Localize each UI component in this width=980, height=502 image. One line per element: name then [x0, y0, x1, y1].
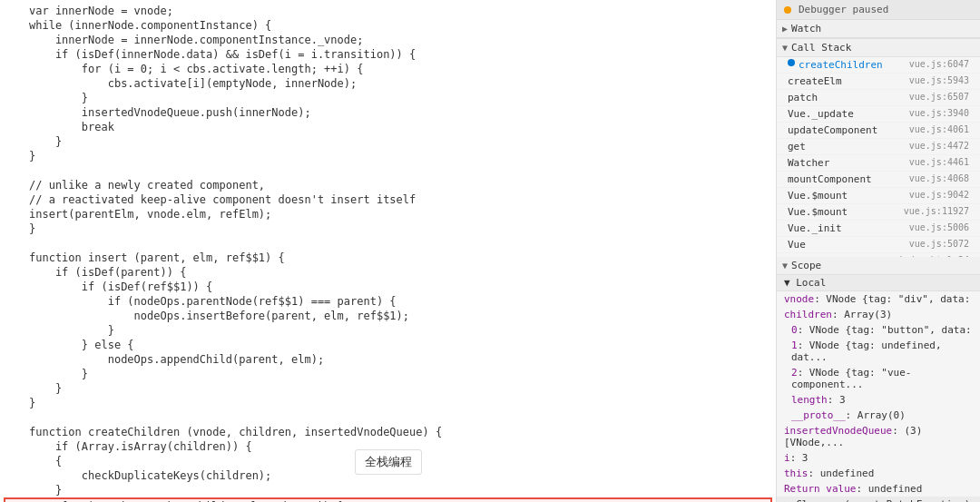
stack-item[interactable]: patchvue.js:6507: [777, 90, 980, 106]
code-line: var innerNode = vnode;: [0, 4, 776, 18]
scope-item[interactable]: insertedVnodeQueue: (3) [VNode,...: [777, 423, 980, 450]
call-stack-label: Call Stack: [791, 42, 851, 54]
code-line: [0, 163, 776, 178]
scope-item[interactable]: 2: VNode {tag: "vue-component...: [777, 365, 980, 392]
scope-label: Scope: [791, 260, 821, 271]
stack-item[interactable]: Vue._initvue.js:5006: [777, 221, 980, 237]
active-dot: [788, 59, 795, 66]
code-content: var innerNode = vnode;while (innerNode.c…: [0, 0, 776, 502]
line-text: if (Array.isArray(children)) {: [29, 439, 252, 454]
line-text: nodeOps.insertBefore(parent, elm, ref$$1…: [29, 309, 409, 323]
stack-item[interactable]: Vue.$mountvue.js:9042: [777, 188, 980, 204]
stack-item[interactable]: mountComponentvue.js:4068: [777, 172, 980, 188]
code-line: }: [0, 134, 776, 149]
scope-key: 2: [791, 367, 798, 379]
code-line: function insert (parent, elm, ref$$1) {: [0, 251, 776, 265]
stack-file-ref: vue.js:5072: [909, 239, 969, 251]
line-text: innerNode = innerNode.componentInstance.…: [29, 33, 363, 47]
call-stack-header[interactable]: ▼ Call Stack: [777, 39, 980, 57]
stack-file-ref: vue.js:3940: [909, 108, 969, 120]
stack-item[interactable]: updateComponentvue.js:4061: [777, 123, 980, 139]
scope-value: : undefined: [808, 468, 875, 479]
stack-item[interactable]: Vue._updatevue.js:3940: [777, 106, 980, 123]
closure-item[interactable]: ▶ Clos... (createPatchFunction): [777, 497, 980, 502]
debugger-header: Debugger paused: [777, 0, 980, 20]
local-triangle: ▼: [784, 277, 796, 289]
scope-key: vnode: [784, 293, 814, 305]
scope-item[interactable]: 1: VNode {tag: undefined, dat...: [777, 338, 980, 365]
line-text: var innerNode = vnode;: [29, 4, 173, 18]
stack-item[interactable]: Watchervue.js:4461: [777, 155, 980, 172]
stack-file-ref: vue.js:4061: [909, 124, 969, 136]
scope-item[interactable]: 0: VNode {tag: "button", data:: [777, 322, 980, 338]
stack-fn-name: Vue.$mount: [788, 206, 897, 218]
line-text: if (isDef(parent)) {: [29, 265, 186, 280]
watch-triangle: ▶: [782, 24, 788, 34]
code-line: }: [0, 483, 776, 497]
stack-file-ref: vue.js:4068: [909, 173, 969, 185]
scope-item[interactable]: vnode: VNode {tag: "div", data:: [777, 291, 980, 307]
debugger-status: Debugger paused: [799, 4, 888, 15]
scope-items-list: vnode: VNode {tag: "div", data:children:…: [777, 291, 980, 497]
status-dot: [784, 6, 791, 14]
line-text: checkDuplicateKeys(children);: [29, 468, 271, 483]
scope-value: : VNode {tag: "button", data:: [798, 324, 972, 336]
scope-item[interactable]: __proto__: Array(0): [777, 408, 980, 423]
scope-key: Return value: [784, 483, 856, 495]
stack-fn-name: Vue._update: [788, 108, 902, 120]
closure-triangle: ▶: [784, 498, 796, 502]
local-label: Local: [796, 277, 826, 289]
scope-key: insertedVnodeQueue: [784, 425, 892, 437]
code-line: insertedVnodeQueue.push(innerNode);: [0, 105, 776, 120]
scope-item[interactable]: i: 3: [777, 450, 980, 466]
line-text: }: [29, 323, 114, 338]
line-text: }: [29, 134, 62, 149]
code-line: }: [0, 323, 776, 338]
line-text: }: [29, 149, 35, 163]
stack-item[interactable]: Vuevue.js:5072: [777, 237, 980, 253]
scope-item[interactable]: this: undefined: [777, 466, 980, 481]
code-line: if (nodeOps.parentNode(ref$$1) === paren…: [0, 294, 776, 309]
code-line: insert(parentElm, vnode.elm, refElm);: [0, 207, 776, 221]
scope-key: length: [791, 394, 828, 406]
scope-header[interactable]: ▼ Scope: [777, 257, 980, 275]
scope-key: 1: [791, 340, 798, 351]
stack-item[interactable]: Vue.$mountvue.js:11927: [777, 204, 980, 221]
line-text: insert(parentElm, vnode.elm, refElm);: [29, 207, 271, 221]
scope-value: : 3: [790, 452, 808, 464]
scope-value: : VNode {tag: "vue-component...: [791, 367, 911, 390]
scope-item[interactable]: children: Array(3): [777, 307, 980, 322]
line-text: nodeOps.appendChild(parent, elm);: [29, 352, 324, 367]
stack-fn-name: createElm: [788, 75, 902, 87]
stack-item[interactable]: createChildrenvue.js:6047: [777, 57, 980, 74]
scope-item[interactable]: Return value: undefined: [777, 481, 980, 497]
stack-fn-name: mountComponent: [788, 173, 902, 185]
watermark: 全栈编程: [355, 449, 422, 475]
stack-file-ref: vue.js:4461: [909, 157, 969, 169]
scope-triangle: ▼: [782, 261, 788, 271]
watch-header[interactable]: ▶ Watch: [777, 20, 980, 38]
stack-item[interactable]: getvue.js:4472: [777, 139, 980, 155]
scope-key: this: [784, 468, 808, 479]
stack-file-ref: vue.js:4472: [909, 141, 969, 153]
stack-file-ref: vue.js:6047: [909, 59, 969, 71]
local-group[interactable]: ▼ Local: [777, 275, 980, 291]
line-text: {: [29, 454, 62, 468]
code-line: [0, 410, 776, 425]
scope-key: children: [784, 309, 832, 320]
code-line: cbs.activate[i](emptyNode, innerNode);: [0, 76, 776, 91]
line-text: if (isDef(ref$$1)) {: [29, 280, 212, 294]
watch-label: Watch: [791, 23, 821, 34]
line-text: } else {: [29, 338, 134, 352]
line-text: function createChildren (vnode, children…: [29, 425, 442, 439]
scope-value: : 3: [828, 394, 846, 406]
stack-item[interactable]: createElmvue.js:5943: [777, 74, 980, 90]
code-line: }: [0, 149, 776, 163]
code-line: break: [0, 120, 776, 134]
scope-item[interactable]: length: 3: [777, 392, 980, 408]
code-line: } else {: [0, 338, 776, 352]
stack-fn-name: Vue._init: [788, 222, 902, 234]
code-line: [0, 236, 776, 251]
line-text: for (i = 0; i < cbs.activate.length; ++i…: [29, 62, 363, 76]
scope-value: : Array(3): [832, 309, 892, 320]
